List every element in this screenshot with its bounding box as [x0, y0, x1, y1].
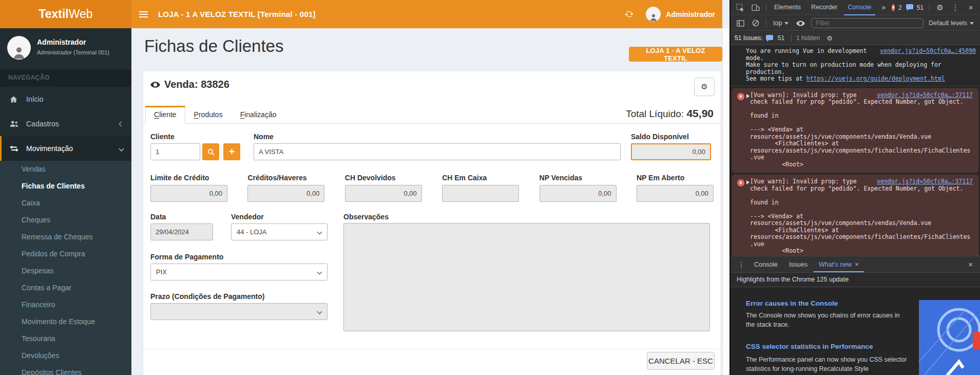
console-source-link[interactable]: vendor.js?id=50cfc0a…:37117 — [877, 92, 973, 99]
navbar-user-menu[interactable]: Administrador — [646, 7, 715, 22]
sidebar-subitem[interactable]: Movimento de Estoque — [0, 313, 131, 330]
users-icon — [10, 120, 21, 127]
error-icon: × — [737, 179, 744, 186]
clear-console-icon[interactable] — [749, 17, 762, 29]
sidebar-subitem[interactable]: Pedidos de Compra — [0, 246, 131, 262]
console-sidebar-icon[interactable] — [734, 17, 747, 29]
credit-field: NP Em Aberto — [637, 174, 714, 202]
console-source-link[interactable]: vendor.js?id=50cfc0a…:45090 — [880, 48, 976, 55]
sidebar-subitem[interactable]: Tesouraria — [0, 330, 131, 347]
sidebar-item-inicio[interactable]: Início — [0, 87, 131, 111]
brand-logo[interactable]: TextilWeb — [0, 0, 131, 28]
whats-new-section-title[interactable]: Error causes in the Console — [746, 299, 838, 307]
credit-field: NP Vencidas — [540, 174, 617, 202]
vendedor-select[interactable]: 44 - LOJA — [231, 223, 328, 240]
expand-arrow-icon[interactable] — [746, 94, 750, 98]
hamburger-menu-icon[interactable] — [131, 0, 155, 28]
drawer-menu-icon[interactable]: ⋮ — [735, 260, 748, 269]
tab-produtos[interactable]: Produtos — [185, 106, 232, 124]
more-tabs-button[interactable]: » — [877, 0, 890, 15]
drawer-tab-issues[interactable]: Issues — [784, 256, 813, 272]
nome-input[interactable] — [254, 143, 621, 160]
drawer-tab-console[interactable]: Console — [749, 256, 783, 272]
sidebar-subitem[interactable]: Financeiro — [0, 296, 131, 313]
sidebar-item-cadastros[interactable]: Cadastros — [0, 111, 131, 136]
inspect-element-icon[interactable] — [734, 2, 747, 14]
issues-bubble-icon[interactable] — [766, 35, 773, 42]
forma-pagamento-select[interactable]: PIX — [150, 264, 328, 280]
expand-arrow-icon[interactable] — [746, 180, 750, 184]
sidebar-submenu: Vendas Fichas de Clientes Caixa Cheques … — [0, 161, 131, 375]
store-button[interactable]: LOJA 1 - A VELOZ TEXTIL — [629, 47, 722, 62]
live-expression-eye-icon[interactable] — [794, 17, 807, 29]
sidebar-subitem[interactable]: Devoluções — [0, 347, 131, 364]
prazo-label: Prazo (Condições de Pagamento) — [150, 292, 264, 301]
total-liquido: Total Líquido: 45,90 — [626, 107, 714, 120]
drawer-close-icon[interactable]: × — [965, 260, 976, 269]
sidebar-subitem[interactable]: Fichas de Clientes — [0, 178, 131, 195]
refresh-icon[interactable] — [621, 7, 637, 22]
whats-new-section-title[interactable]: CSS selector statistics in Performance — [746, 343, 873, 350]
exchange-icon — [10, 145, 21, 152]
devtools-drawer: ⋮ Console Issues What's new × × Highligh… — [731, 256, 980, 375]
cliente-label: Cliente — [150, 133, 175, 141]
sidebar-user-role: Administrador (Terminal 001) — [37, 49, 109, 55]
issues-bubble-icon[interactable] — [906, 4, 913, 11]
sidebar-subitem[interactable]: Vendas — [0, 161, 131, 178]
tab-recorder[interactable]: Recorder — [807, 0, 841, 15]
deployment-guide-link[interactable]: https://vuejs.org/guide/deployment.html — [806, 75, 945, 82]
sidebar-subitem[interactable]: Despesas — [0, 262, 131, 279]
sidebar-user-panel: Administrador Administrador (Terminal 00… — [0, 28, 131, 69]
tab-elements[interactable]: Elements — [770, 0, 805, 15]
log-levels-selector[interactable]: Default levels — [926, 20, 977, 27]
console-filter-input[interactable] — [811, 18, 924, 28]
devtools-menu-icon[interactable]: ⋮ — [949, 2, 962, 14]
sidebar-subitem[interactable]: Remessa de Cheques — [0, 229, 131, 246]
devtools-settings-icon[interactable]: ⚙ — [933, 2, 947, 14]
sidebar-subitem[interactable]: Contas a Pagar — [0, 279, 131, 296]
cancel-button[interactable]: CANCELAR - ESC — [647, 352, 715, 370]
sidebar-subitem[interactable]: Depósitos Clientes — [0, 364, 131, 375]
console-error-message[interactable]: × vendor.js?id=50cfc0a…:37117 [Vue warn]… — [732, 175, 978, 256]
card-divider — [143, 349, 721, 349]
nome-label: Nome — [254, 133, 274, 141]
credit-field-input — [637, 185, 714, 202]
card-settings-button[interactable]: ⚙ — [694, 78, 715, 96]
data-input — [150, 223, 213, 240]
device-toolbar-icon[interactable] — [749, 2, 762, 14]
total-liquido-label: Total Líquido: — [626, 108, 684, 119]
chevron-down-icon — [119, 146, 124, 151]
sidebar-subitem[interactable]: Cheques — [0, 212, 131, 229]
chevron-left-icon — [119, 121, 124, 126]
observacoes-label: Observações — [343, 213, 389, 221]
devtools-close-icon[interactable]: × — [964, 2, 977, 14]
tab-cliente[interactable]: Cliente — [145, 106, 185, 124]
search-client-button[interactable] — [202, 143, 219, 160]
navbar-right: Administrador — [621, 0, 722, 28]
credit-field: CH Em Caixa — [442, 174, 519, 202]
issues-count-label: 51 Issues: — [735, 34, 763, 42]
tab-console[interactable]: Console — [844, 0, 876, 15]
sidebar-subitem[interactable]: Caixa — [0, 195, 131, 212]
sidebar-item-movimentacao[interactable]: Movimentação — [0, 136, 131, 161]
add-client-button[interactable]: + — [223, 143, 240, 160]
prazo-select — [150, 303, 328, 320]
context-selector[interactable]: top — [770, 20, 792, 27]
tab-close-icon[interactable]: × — [855, 257, 859, 272]
credit-field: Limite de Crédito — [150, 174, 227, 202]
tab-finalizacao[interactable]: Finalização — [232, 106, 285, 124]
error-count-icon[interactable]: × — [892, 4, 895, 11]
console-source-link[interactable]: vendor.js?id=50cfc0a…:37117 — [877, 178, 973, 185]
cliente-input[interactable] — [150, 143, 200, 160]
hidden-messages-label[interactable]: 1 hidden — [796, 34, 820, 42]
sidebar-subitem-label: Movimento de Estoque — [22, 317, 95, 326]
page-scrollbar[interactable] — [722, 28, 729, 375]
whats-new-header: Highlights from the Chrome 125 update — [731, 273, 980, 287]
issues-settings-icon[interactable]: ⚙ — [823, 32, 836, 44]
plus-icon: + — [229, 146, 235, 158]
drawer-tab-whats-new[interactable]: What's new × — [814, 256, 864, 272]
sidebar-subitem-label: Despesas — [22, 267, 53, 275]
devtools-panel: Elements Recorder Console » × 2 51 ⚙ ⋮ ×… — [729, 0, 980, 375]
console-error-message[interactable]: × vendor.js?id=50cfc0a…:37117 [Vue warn]… — [732, 88, 978, 173]
credit-fields-row: Limite de Crédito Créditos/Haveres CH De… — [150, 174, 714, 202]
